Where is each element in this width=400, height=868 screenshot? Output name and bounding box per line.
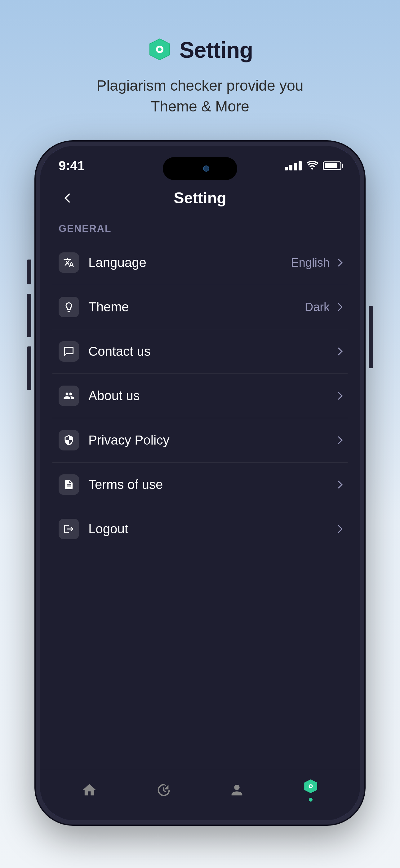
screen: 9:41 [40, 146, 360, 820]
general-section-label: GENERAL [53, 214, 347, 241]
about-label: About us [88, 389, 335, 403]
nav-item-home[interactable] [81, 782, 97, 798]
terms-label: Terms of use [88, 477, 335, 492]
nav-item-profile[interactable] [229, 782, 245, 798]
svg-point-2 [158, 48, 162, 51]
privacy-icon [63, 435, 74, 446]
status-time: 9:41 [59, 158, 85, 173]
settings-item-privacy[interactable]: Privacy Policy [53, 418, 347, 463]
theme-icon-wrap [59, 297, 79, 317]
theme-chevron-icon [335, 303, 342, 311]
back-button[interactable] [59, 189, 77, 207]
home-icon [81, 782, 97, 798]
settings-list: Language English Theme Dark [53, 241, 347, 551]
privacy-label: Privacy Policy [88, 433, 335, 448]
theme-value: Dark [305, 301, 330, 314]
phone-volume-down-button [27, 294, 31, 337]
theme-icon [63, 302, 74, 313]
page-title: Setting [179, 37, 253, 63]
svg-point-5 [310, 785, 312, 787]
header-title-row: Setting [147, 37, 253, 63]
terms-chevron-icon [335, 481, 342, 489]
logout-icon-wrap [59, 519, 79, 539]
settings-item-about[interactable]: About us [53, 374, 347, 418]
settings-item-theme[interactable]: Theme Dark [53, 285, 347, 330]
settings-hex-icon [303, 779, 319, 795]
screen-title: Setting [174, 189, 226, 207]
dynamic-island [163, 157, 237, 180]
contact-icon [63, 346, 74, 357]
phone-volume-up-button [27, 259, 31, 284]
language-chevron-icon [335, 259, 342, 267]
nav-active-dot [309, 798, 312, 802]
contact-chevron-icon [335, 348, 342, 355]
wifi-icon [307, 159, 318, 172]
about-icon [63, 390, 74, 401]
back-arrow-icon [64, 193, 74, 203]
signal-icon [285, 161, 302, 170]
settings-item-contact[interactable]: Contact us [53, 330, 347, 374]
settings-scroll-area: GENERAL Language English [40, 214, 360, 769]
nav-item-history[interactable] [155, 782, 171, 798]
language-label: Language [88, 255, 291, 270]
logout-icon [63, 523, 74, 535]
camera-dot [203, 165, 209, 172]
bottom-navigation [40, 769, 360, 820]
language-value: English [291, 256, 330, 270]
terms-icon [63, 479, 74, 490]
logout-label: Logout [88, 522, 335, 536]
phone-side-button-left [27, 346, 31, 390]
nav-item-settings[interactable] [303, 779, 319, 802]
contact-label: Contact us [88, 344, 335, 359]
terms-icon-wrap [59, 474, 79, 495]
app-logo-icon [147, 37, 172, 62]
header-section: Setting Plagiarism checker provide you T… [97, 0, 304, 117]
contact-icon-wrap [59, 341, 79, 362]
status-icons [285, 159, 341, 172]
page-subtitle: Plagiarism checker provide you Theme & M… [97, 75, 304, 117]
clock-icon [155, 782, 171, 798]
battery-icon [323, 161, 341, 170]
about-chevron-icon [335, 392, 342, 400]
settings-item-logout[interactable]: Logout [53, 507, 347, 551]
phone-frame: 9:41 [36, 142, 364, 825]
app-header: Setting [40, 180, 360, 214]
privacy-icon-wrap [59, 430, 79, 451]
settings-item-terms[interactable]: Terms of use [53, 463, 347, 507]
settings-item-language[interactable]: Language English [53, 241, 347, 285]
phone-power-button [369, 306, 373, 368]
language-icon [63, 257, 74, 268]
about-icon-wrap [59, 385, 79, 406]
language-icon-wrap [59, 252, 79, 273]
logout-chevron-icon [335, 525, 342, 533]
phone-mockup: 9:41 [36, 142, 364, 825]
theme-label: Theme [88, 300, 305, 314]
person-icon [229, 782, 245, 798]
privacy-chevron-icon [335, 436, 342, 444]
